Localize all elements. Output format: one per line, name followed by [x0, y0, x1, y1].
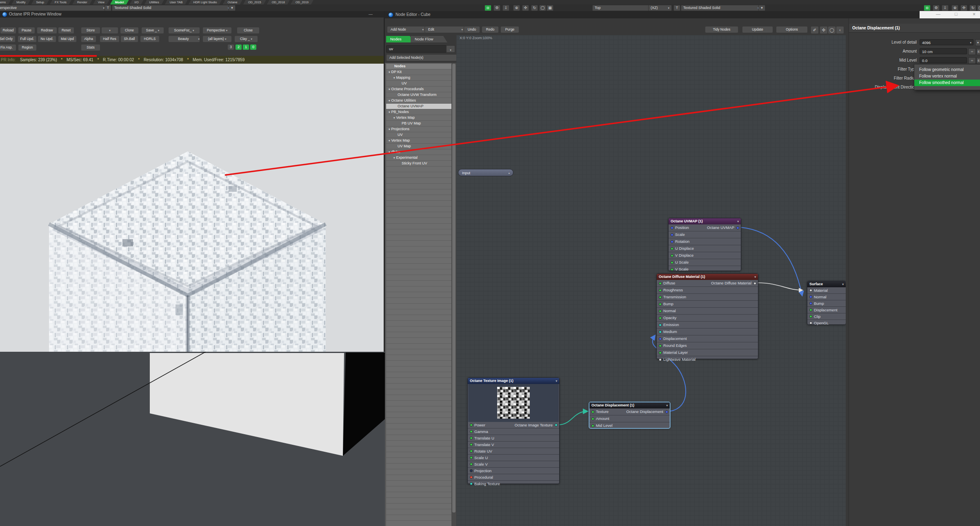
- port-scale-v[interactable]: [470, 463, 473, 466]
- gear-icon-far-right[interactable]: ⚙: [933, 5, 940, 11]
- store-dropdown-button[interactable]: ▾: [101, 27, 118, 34]
- lock-icon-far-right[interactable]: ◘: [924, 5, 931, 11]
- reload-button[interactable]: Reload: [0, 27, 16, 34]
- tree-projections[interactable]: ▾Projections: [386, 127, 454, 132]
- port-displacement[interactable]: [659, 337, 662, 340]
- full-upd-button[interactable]: Full Upd.: [18, 36, 37, 42]
- mid-level-stepper[interactable]: ‹›: [968, 57, 976, 64]
- expand-chevron-icon[interactable]: ▴: [508, 169, 510, 177]
- port-opacity[interactable]: [659, 317, 662, 320]
- node-octane-displacement[interactable]: Octane Displacement (1)▾ Texture Octane …: [589, 402, 670, 428]
- layer-3-button[interactable]: 3: [228, 44, 234, 50]
- port-translate-v[interactable]: [470, 443, 473, 446]
- axis-dropdown[interactable]: (XZ)▾: [648, 5, 672, 11]
- tab-node-flow[interactable]: Node Flow: [411, 36, 447, 42]
- port-out-displacement[interactable]: [665, 411, 668, 413]
- chevron-down-icon[interactable]: ▾: [842, 281, 844, 287]
- node-texture-header[interactable]: Octane Texture Image (1)▾: [468, 378, 559, 384]
- node-search-input[interactable]: uv: [386, 45, 447, 53]
- clay-dropdown[interactable]: Clay _ ▾: [234, 36, 258, 42]
- extra-chevron-button-right[interactable]: ▾: [758, 5, 765, 11]
- amount-value[interactable]: 10 cm: [920, 48, 967, 54]
- store-button[interactable]: Store: [81, 27, 100, 34]
- region-button[interactable]: Region: [18, 44, 37, 51]
- port-round-edges[interactable]: [659, 344, 662, 347]
- node-surface[interactable]: Surface▾ Material Normal Bump Displaceme…: [807, 281, 846, 325]
- port-opengl[interactable]: [809, 322, 812, 324]
- save-view-icon[interactable]: ⇩: [502, 5, 509, 11]
- level-of-detail-value[interactable]: 4096▾: [920, 39, 973, 45]
- port-procedural[interactable]: [470, 476, 473, 479]
- tree-pb-nodes[interactable]: ▾PB_Nodes: [386, 109, 454, 115]
- mid-level-envelope-button[interactable]: E: [976, 57, 980, 64]
- hdrls-button[interactable]: HDRLS: [140, 36, 160, 42]
- update-button[interactable]: Update: [742, 26, 773, 33]
- pan-icon-far-right[interactable]: ✣: [960, 5, 967, 11]
- alpha-button[interactable]: Alpha: [81, 36, 96, 42]
- tree-octane-procedurals[interactable]: ▾Octane Procedurals: [386, 87, 454, 92]
- node-octane-uvmap-header[interactable]: Octane UVMAP (1)▾: [669, 218, 741, 224]
- gear-icon[interactable]: ⚙: [493, 5, 500, 11]
- modeler-viewport[interactable]: [0, 352, 385, 526]
- tree-dp-kit[interactable]: ▾DP Kit: [386, 69, 454, 75]
- port-out-image-texture[interactable]: [555, 424, 558, 426]
- port-mid-level[interactable]: [591, 424, 594, 427]
- tree-experimental[interactable]: ▾Experimental: [386, 155, 459, 161]
- connect-wire-icon[interactable]: ✐: [811, 26, 819, 34]
- node-graph-canvas[interactable]: X:0 Y:0 Zoom:100% Input ▴ Octane UVMAP (…: [456, 35, 846, 526]
- level-of-detail-extra-button[interactable]: ▾: [975, 39, 980, 46]
- shading-dropdown-left[interactable]: Textured Shaded Solid▾: [112, 5, 232, 11]
- port-medium[interactable]: [659, 331, 662, 333]
- save-dropdown[interactable]: Save _ ▾: [141, 27, 164, 34]
- port-translate-u[interactable]: [470, 437, 473, 439]
- scenefoc-dropdown[interactable]: SceneFoc_ ▾: [168, 27, 200, 34]
- tab-fx-tools[interactable]: FX Tools: [50, 0, 71, 4]
- port-diffuse[interactable]: [659, 282, 662, 285]
- node-diffuse-header[interactable]: Octane Diffuse Material (1)▾: [657, 274, 758, 280]
- node-octane-uvmap[interactable]: Octane UVMAP (1)▾ Position Octane UVMAP …: [668, 218, 741, 271]
- port-u-scale[interactable]: [671, 261, 673, 264]
- layer-0-button[interactable]: 0: [250, 44, 256, 50]
- port-bump[interactable]: [659, 303, 662, 306]
- port-emission[interactable]: [659, 324, 662, 326]
- minimize-button[interactable]: —: [936, 11, 940, 16]
- port-roughness[interactable]: [659, 289, 662, 292]
- tab-hdr-light-studio[interactable]: HDR Light Studio: [189, 0, 222, 4]
- redo-button[interactable]: Redo: [482, 26, 499, 33]
- port-out-diffuse-material[interactable]: [753, 282, 756, 285]
- port-surface-bump[interactable]: [809, 302, 812, 305]
- ipr-titlebar[interactable]: Octane IPR Preview Window —: [0, 11, 384, 18]
- tab-od-2019[interactable]: OD_2019: [291, 0, 313, 4]
- pause-button[interactable]: Pause: [18, 27, 35, 34]
- chevron-down-icon[interactable]: ▾: [754, 274, 756, 280]
- search-dropdown-button[interactable]: ▾: [446, 45, 455, 53]
- node-input-collapsed[interactable]: Input ▴: [458, 169, 513, 176]
- zoom-icon-far-right[interactable]: ◯: [977, 5, 980, 11]
- node-surface-header[interactable]: Surface▾: [807, 281, 846, 287]
- tree-vertex-map[interactable]: ▾Vertex Map: [386, 138, 454, 144]
- port-rotation[interactable]: [671, 240, 673, 243]
- port-out-octane-uvmap[interactable]: [736, 226, 739, 229]
- option-follow-geometric-normal[interactable]: Follow geometric normal: [914, 67, 980, 73]
- rotate-icon[interactable]: ↻: [531, 5, 538, 11]
- option-follow-smoothed-normal[interactable]: Follow smoothed normal: [914, 80, 980, 86]
- edit-dropdown[interactable]: Edit▾: [424, 26, 465, 33]
- extra-chevron-button[interactable]: ▾: [229, 5, 236, 11]
- fix-asp-button[interactable]: Fix Asp.: [0, 44, 16, 51]
- port-transmission[interactable]: [659, 296, 662, 299]
- tab-octane[interactable]: Octane: [222, 0, 242, 4]
- sel-only-button[interactable]: Sel Only: [0, 36, 16, 42]
- port-baking-texture[interactable]: [470, 482, 473, 485]
- save-view-icon-far-right[interactable]: ⇩: [942, 5, 949, 11]
- perspective-dropdown[interactable]: Perspective ▾: [202, 27, 232, 34]
- port-material-layer[interactable]: [659, 351, 662, 354]
- maximize-button[interactable]: □: [955, 11, 958, 16]
- undo-button[interactable]: Undo: [464, 26, 480, 33]
- layer-1-button[interactable]: 1: [243, 44, 249, 50]
- clone-button[interactable]: Clone: [120, 27, 139, 34]
- ipr-minimize-button[interactable]: —: [369, 12, 373, 16]
- no-upd-button[interactable]: No Upd.: [38, 36, 56, 42]
- tab-nodes[interactable]: Nodes: [386, 36, 414, 42]
- node-octane-texture-image[interactable]: Octane Texture Image (1)▾ Power: [467, 377, 560, 484]
- scrollbar-thumb[interactable]: [452, 64, 456, 513]
